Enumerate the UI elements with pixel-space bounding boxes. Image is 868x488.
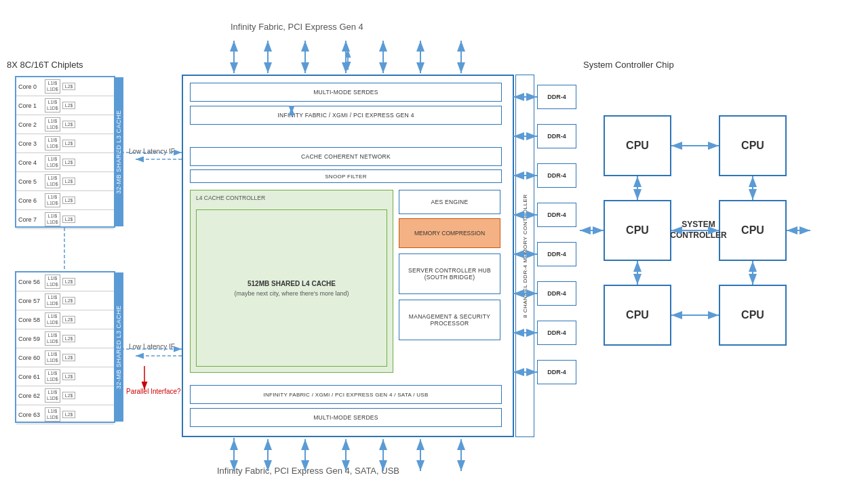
ddr-box-6: DDR-4 [537,281,576,306]
aes-engine: AES ENGINE [399,190,500,214]
ddr-box-8: DDR-4 [537,360,576,384]
server-controller: SERVER CONTROLLER HUB (SOUTH BRIDGE) [399,253,500,294]
infinity-fabric-bottom: INFINITY FABRIC / XGMI / PCI EXPRESS GEN… [190,385,502,404]
chiplet-bottom: Core 56 L1I$L1D$ L2$ Core 57 L1I$L1D$ L2… [15,271,115,423]
core-row: Core 61 L1I$L1D$ L2$ [16,367,114,386]
core-row: Core 1 L1I$L1D$ L2$ [16,96,114,115]
cpu-box-2: CPU [719,115,787,176]
top-label: Infinity Fabric, PCI Express Gen 4 [231,22,363,32]
ddr-box-7: DDR-4 [537,321,576,345]
l4-cache-title: 512MB SHARED L4 CACHE [248,280,336,287]
management-security: MANAGEMENT & SECURITY PROCESSOR [399,300,500,340]
cache-coherent: CACHE COHERENT NETWORK [190,147,502,166]
core-row: Core 0 L1I$L1D$ L2$ [16,77,114,96]
infinity-fabric-top: INFINITY FABRIC / XGMI / PCI EXPRESS GEN… [190,106,502,125]
bottom-label: Infinity Fabric, PCI Express Gen 4, SATA… [217,466,399,476]
core-row: Core 58 L1I$L1D$ L2$ [16,310,114,329]
l3-cache-label-bottom: 32-MB SHARED L3 CACHE [114,272,123,422]
cpu-box-3: CPU [604,200,671,261]
core-row: Core 6 L1I$L1D$ L2$ [16,191,114,210]
core-row: Core 59 L1I$L1D$ L2$ [16,329,114,348]
cpu-box-6: CPU [719,285,787,346]
l3-cache-label-top: 32-MB SHARED L3 CACHE [114,77,123,226]
left-section-label: 8X 8C/16T Chiplets [7,60,83,70]
ddr-box-4: DDR-4 [537,203,576,227]
low-latency-if-top: Low Latency IF [129,148,175,155]
core-row: Core 62 L1I$L1D$ L2$ [16,386,114,405]
l4-cache-inner: 512MB SHARED L4 CACHE (maybe next city, … [196,209,387,367]
core-row: Core 57 L1I$L1D$ L2$ [16,291,114,310]
core-row: Core 7 L1I$L1D$ L2$ [16,210,114,229]
mem-compression: MEMORY COMPRESSION [399,218,500,248]
ddr-box-1: DDR-4 [537,85,576,109]
l4-cache-subtitle: (maybe next city, where there's more lan… [234,290,349,297]
snoop-filter: SNOOP FILTER [190,169,502,183]
core-row: Core 3 L1I$L1D$ L2$ [16,134,114,153]
core-row: Core 2 L1I$L1D$ L2$ [16,115,114,134]
ddr-box-2: DDR-4 [537,124,576,148]
multimode-serdes-top: MULTI-MODE SERDES [190,83,502,102]
soc-main: MULTI-MODE SERDES INFINITY FABRIC / XGMI… [182,75,514,437]
mem-compression-text: MEMORY COMPRESSION [414,230,485,237]
cpu-box-5: CPU [604,285,671,346]
ddr-box-5: DDR-4 [537,242,576,266]
multimode-serdes-bottom: MULTI-MODE SERDES [190,408,502,427]
core-row: Core 5 L1I$L1D$ L2$ [16,172,114,191]
core-row: Core 60 L1I$L1D$ L2$ [16,348,114,367]
right-section-label: System Controller Chip [583,60,674,70]
parallel-interface-label: Parallel Interface? [126,388,181,395]
core-row: Core 4 L1I$L1D$ L2$ [16,153,114,172]
chiplet-top: Core 0 L1I$L1D$ L2$ Core 1 L1I$L1D$ L2$ … [15,76,115,228]
cpu-box-1: CPU [604,115,671,176]
l4-cache-controller-label: L4 CACHE CONTROLLER [196,195,265,201]
memory-controller: 8 CHANNEL DDR-4 MEMORY CONTROLLER [515,75,534,437]
system-controller-label: SYSTEMCONTROLLER [665,200,732,261]
l4-outer: L4 CACHE CONTROLLER 512MB SHARED L4 CACH… [190,190,393,373]
ddr-box-3: DDR-4 [537,163,576,188]
low-latency-if-bottom: Low Latency IF [129,343,175,350]
core-row: Core 56 L1I$L1D$ L2$ [16,272,114,291]
core-row: Core 63 L1I$L1D$ L2$ [16,405,114,424]
diagram: Infinity Fabric, PCI Express Gen 4 Infin… [0,0,868,488]
